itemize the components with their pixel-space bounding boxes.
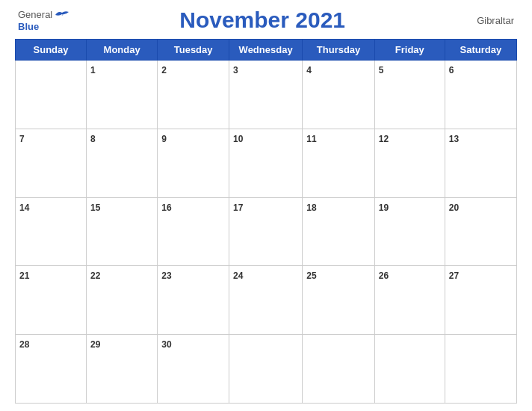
calendar-cell: 30 — [158, 335, 229, 404]
calendar-cell: 17 — [229, 197, 302, 266]
date-number: 13 — [449, 134, 459, 144]
calendar-cell: 13 — [445, 129, 516, 197]
week-row-4: 21222324252627 — [16, 266, 517, 335]
date-number: 10 — [233, 134, 243, 144]
calendar-cell: 7 — [16, 129, 87, 197]
calendar-cell: 5 — [374, 61, 445, 129]
date-number: 19 — [379, 203, 389, 213]
date-number: 15 — [90, 203, 100, 213]
header-saturday: Saturday — [445, 40, 516, 61]
calendar-cell: 10 — [229, 129, 302, 197]
calendar-cell: 12 — [374, 129, 445, 197]
calendar-cell: 23 — [158, 266, 229, 335]
calendar-cell: 6 — [445, 61, 516, 129]
country-label: Gibraltar — [454, 15, 514, 26]
header-monday: Monday — [87, 40, 158, 61]
calendar-cell: 22 — [87, 266, 158, 335]
logo-blue-text: Blue — [18, 21, 39, 32]
date-number: 17 — [233, 203, 243, 213]
date-number: 12 — [379, 134, 389, 144]
logo-bird-icon — [54, 9, 70, 21]
header-tuesday: Tuesday — [158, 40, 229, 61]
week-row-1: 123456 — [16, 61, 517, 129]
date-number: 20 — [449, 203, 459, 213]
calendar-cell: 2 — [158, 61, 229, 129]
date-number: 11 — [306, 134, 316, 144]
calendar-cell: 28 — [16, 335, 87, 404]
calendar-cell: 20 — [445, 197, 516, 266]
date-number: 7 — [19, 134, 25, 144]
date-number: 16 — [161, 203, 171, 213]
calendar-cell: 4 — [303, 61, 375, 129]
date-number: 8 — [90, 134, 96, 144]
date-number: 29 — [90, 339, 100, 350]
calendar-cell: 26 — [374, 266, 445, 335]
calendar-cell: 11 — [303, 129, 375, 197]
date-number: 14 — [19, 203, 29, 213]
date-number: 1 — [90, 65, 96, 75]
header-wednesday: Wednesday — [229, 40, 302, 61]
date-number: 26 — [379, 271, 389, 281]
calendar-header: General Blue November 2021 Gibraltar — [15, 7, 517, 33]
calendar-cell: 18 — [303, 197, 375, 266]
calendar-table: Sunday Monday Tuesday Wednesday Thursday… — [15, 39, 517, 404]
calendar-cell: 14 — [16, 197, 87, 266]
calendar-cell: 24 — [229, 266, 302, 335]
date-number: 6 — [449, 65, 454, 75]
calendar-cell — [16, 61, 87, 129]
date-number: 21 — [19, 271, 29, 281]
header-thursday: Thursday — [303, 40, 375, 61]
calendar-title: November 2021 — [70, 7, 454, 33]
calendar-cell: 8 — [87, 129, 158, 197]
calendar-cell — [229, 335, 302, 404]
calendar-cell — [374, 335, 445, 404]
date-number: 25 — [306, 271, 316, 281]
weekday-header-row: Sunday Monday Tuesday Wednesday Thursday… — [16, 40, 517, 61]
calendar-cell: 3 — [229, 61, 302, 129]
week-row-2: 78910111213 — [16, 129, 517, 197]
week-row-3: 14151617181920 — [16, 197, 517, 266]
calendar-cell: 29 — [87, 335, 158, 404]
date-number: 27 — [449, 271, 459, 281]
logo: General Blue — [18, 9, 70, 32]
date-number: 23 — [161, 271, 171, 281]
header-friday: Friday — [374, 40, 445, 61]
calendar-cell: 19 — [374, 197, 445, 266]
date-number: 3 — [233, 65, 238, 75]
date-number: 30 — [161, 339, 171, 350]
calendar-cell: 15 — [87, 197, 158, 266]
calendar-cell: 1 — [87, 61, 158, 129]
header-sunday: Sunday — [16, 40, 87, 61]
date-number: 28 — [19, 339, 29, 350]
calendar-cell: 16 — [158, 197, 229, 266]
date-number: 9 — [161, 134, 167, 144]
calendar-cell: 9 — [158, 129, 229, 197]
date-number: 18 — [306, 203, 316, 213]
calendar-cell — [303, 335, 375, 404]
date-number: 5 — [379, 65, 384, 75]
calendar-cell: 21 — [16, 266, 87, 335]
date-number: 4 — [306, 65, 312, 75]
date-number: 24 — [233, 271, 243, 281]
logo-general-text: General — [18, 9, 52, 20]
calendar-cell: 27 — [445, 266, 516, 335]
date-number: 22 — [90, 271, 100, 281]
date-number: 2 — [161, 65, 167, 75]
calendar-cell: 25 — [303, 266, 375, 335]
calendar-cell — [445, 335, 516, 404]
week-row-5: 282930 — [16, 335, 517, 404]
